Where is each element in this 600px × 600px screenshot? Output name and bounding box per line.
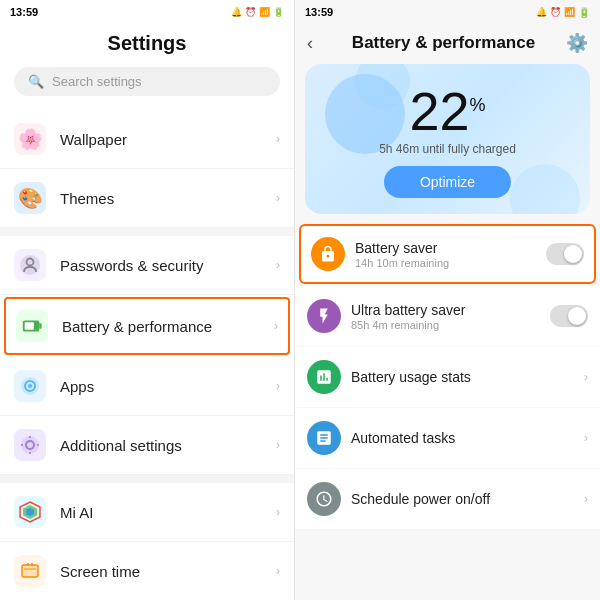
screentime-icon [19,560,41,582]
themes-label: Themes [60,190,276,207]
battery-icon [21,315,43,337]
wallpaper-chevron: › [276,132,280,146]
ultra-saver-toggle[interactable] [550,305,588,327]
passwords-label: Passwords & security [60,257,276,274]
ultra-saver-icon [307,299,341,333]
battery-panel: 13:59 🔔 ⏰ 📶 🔋 ‹ Battery & performance ⚙️… [295,0,600,600]
battery-title: Battery & performance [321,33,566,53]
menu-item-themes[interactable]: 🎨 Themes › [0,169,294,228]
screentime-icon-wrap [14,555,46,587]
status-icons-right: 🔔 ⏰ 📶 🔋 [536,7,590,18]
settings-title: Settings [0,24,294,67]
schedule-power-chevron: › [584,492,588,506]
battery-saver-toggle[interactable] [546,243,584,265]
battery-header: ‹ Battery & performance ⚙️ [295,24,600,64]
additional-chevron: › [276,438,280,452]
passwords-icon [19,254,41,276]
usage-stats-text: Battery usage stats [351,369,584,385]
search-bar[interactable]: 🔍 Search settings [14,67,280,96]
additional-label: Additional settings [60,437,276,454]
schedule-power-title: Schedule power on/off [351,491,584,507]
battery-saver-text: Battery saver 14h 10m remaining [355,240,546,269]
search-placeholder: Search settings [52,74,142,89]
themes-icon: 🎨 [18,186,43,210]
miai-label: Mi AI [60,504,276,521]
usage-stats-title: Battery usage stats [351,369,584,385]
auto-tasks-title: Automated tasks [351,430,584,446]
search-icon: 🔍 [28,74,44,89]
miai-icon-wrap [14,496,46,528]
svg-rect-13 [22,565,38,577]
auto-tasks-item[interactable]: Automated tasks › [295,408,600,468]
apps-chevron: › [276,379,280,393]
additional-settings-icon [19,434,41,456]
passwords-icon-wrap [14,249,46,281]
settings-panel: 13:59 🔔 ⏰ 📶 🔋 Settings 🔍 Search settings… [0,0,295,600]
time-left: 13:59 [10,6,38,18]
apps-icon [19,375,41,397]
usage-stats-chevron: › [584,370,588,384]
auto-tasks-icon [307,421,341,455]
svg-rect-4 [25,322,34,329]
passwords-chevron: › [276,258,280,272]
deco-bubble-3 [510,164,580,214]
wallpaper-label: Wallpaper [60,131,276,148]
svg-rect-3 [39,323,41,329]
menu-item-miai[interactable]: Mi AI › [0,483,294,542]
wallpaper-icon: 🌸 [18,127,43,151]
battery-saver-title: Battery saver [355,240,546,256]
auto-tasks-chevron: › [584,431,588,445]
svg-point-8 [21,436,39,454]
schedule-power-item[interactable]: Schedule power on/off › [295,469,600,529]
usage-stats-item[interactable]: Battery usage stats › [295,347,600,407]
battery-hero-section: 22% 5h 46m until fully charged Optimize [305,64,590,214]
menu-item-apps[interactable]: Apps › [0,357,294,416]
menu-item-wallpaper[interactable]: 🌸 Wallpaper › [0,110,294,169]
ultra-saver-item[interactable]: Ultra battery saver 85h 4m remaining [295,286,600,346]
svg-point-7 [28,384,32,388]
battery-chevron: › [274,319,278,333]
menu-item-screentime[interactable]: Screen time › [0,542,294,600]
auto-tasks-text: Automated tasks [351,430,584,446]
divider-2 [0,475,294,483]
schedule-power-text: Schedule power on/off [351,491,584,507]
screentime-chevron: › [276,564,280,578]
miai-icon [18,500,42,524]
battery-options-list: Battery saver 14h 10m remaining Ultra ba… [295,222,600,600]
menu-item-battery[interactable]: Battery & performance › [4,297,290,355]
battery-saver-item[interactable]: Battery saver 14h 10m remaining [299,224,596,284]
battery-saver-sub: 14h 10m remaining [355,257,546,269]
battery-icon-wrap [16,310,48,342]
settings-gear-icon[interactable]: ⚙️ [566,32,588,54]
usage-stats-icon [307,360,341,394]
themes-icon-wrap: 🎨 [14,182,46,214]
menu-item-passwords[interactable]: Passwords & security › [0,236,294,295]
menu-item-additional[interactable]: Additional settings › [0,416,294,475]
themes-chevron: › [276,191,280,205]
apps-label: Apps [60,378,276,395]
status-icons-left: 🔔 ⏰ 📶 🔋 [231,7,284,17]
ultra-saver-text: Ultra battery saver 85h 4m remaining [351,302,550,331]
additional-icon-wrap [14,429,46,461]
apps-icon-wrap [14,370,46,402]
battery-label: Battery & performance [62,318,274,335]
miai-chevron: › [276,505,280,519]
optimize-button[interactable]: Optimize [384,166,511,198]
battery-percentage: 22% [409,84,485,138]
back-button[interactable]: ‹ [307,33,313,54]
ultra-saver-sub: 85h 4m remaining [351,319,550,331]
ultra-saver-title: Ultra battery saver [351,302,550,318]
time-right: 13:59 [305,6,333,18]
settings-menu: 🌸 Wallpaper › 🎨 Themes › Passwords & [0,110,294,600]
schedule-power-icon [307,482,341,516]
wallpaper-icon-wrap: 🌸 [14,123,46,155]
screentime-label: Screen time [60,563,276,580]
battery-time-label: 5h 46m until fully charged [379,142,516,156]
battery-saver-icon [311,237,345,271]
status-bar-right: 13:59 🔔 ⏰ 📶 🔋 [295,0,600,24]
divider-1 [0,228,294,236]
status-bar-left: 13:59 🔔 ⏰ 📶 🔋 [0,0,294,24]
